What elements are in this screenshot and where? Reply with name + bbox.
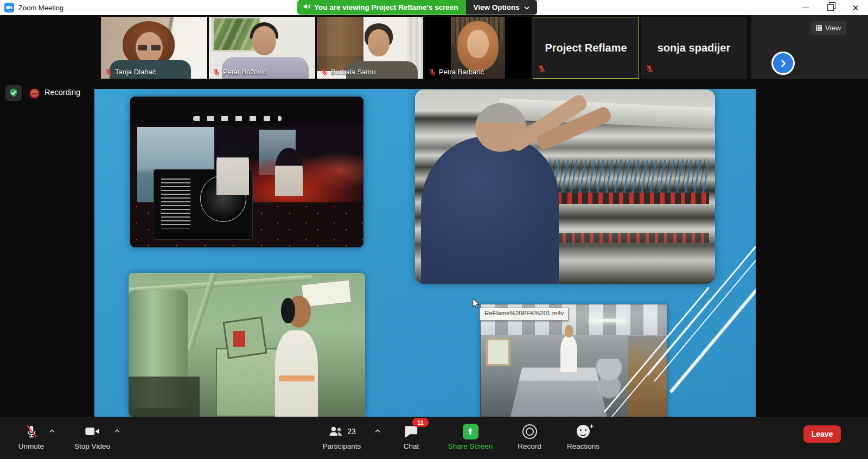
banner-message: You are viewing Project Reflame's screen — [314, 3, 458, 11]
zoom-logo-icon — [4, 3, 14, 12]
decor — [535, 233, 709, 243]
muted-mic-icon — [105, 68, 112, 76]
participant-name: sonja spadijer — [641, 17, 747, 79]
decor — [560, 336, 577, 372]
share-screen-icon — [463, 424, 478, 439]
decor — [129, 377, 200, 417]
grid-view-icon — [816, 25, 822, 31]
chat-button[interactable]: Chat 11 — [390, 417, 433, 459]
decor — [252, 26, 276, 55]
recording-indicator-icon — [30, 89, 39, 98]
galley-video-thumbnail — [480, 304, 667, 417]
participant-tile-borbala[interactable]: Borbala Samu — [317, 17, 423, 79]
muted-mic-icon — [538, 65, 546, 75]
close-icon: ✕ — [852, 4, 859, 12]
record-label: Record — [518, 442, 541, 450]
muted-mic-icon — [646, 65, 654, 75]
video-strip: Tanja Dlabač Petar Božović — [0, 15, 868, 79]
mouse-cursor — [472, 298, 480, 311]
view-button[interactable]: View — [810, 21, 846, 35]
participant-tile-petra[interactable]: Petra Barbarić — [425, 17, 531, 79]
stop-video-options-caret[interactable] — [113, 425, 122, 436]
reactions-smiley-icon: + — [577, 425, 590, 438]
participants-label: Participants — [323, 442, 361, 450]
decor — [275, 148, 303, 196]
participant-name-tag: Petra Barbarić — [429, 68, 484, 76]
electrical-panel-photo — [415, 90, 715, 284]
participant-name-tag: Tanja Dlabač — [105, 68, 156, 76]
decor — [510, 367, 607, 417]
participants-icon — [328, 425, 344, 438]
reactions-button[interactable]: + Reactions — [556, 417, 610, 459]
stop-video-button[interactable]: Stop Video — [65, 417, 119, 459]
title-bar-left: Zoom Meeting — [0, 3, 63, 12]
recording-label: Recording — [44, 88, 80, 97]
participant-name: Tanja Dlabač — [115, 68, 156, 76]
record-icon — [522, 424, 537, 439]
security-shield-button[interactable] — [5, 85, 22, 101]
participant-tile-sonja[interactable]: sonja spadijer — [641, 17, 747, 79]
reactions-label: Reactions — [567, 442, 599, 450]
view-button-label: View — [825, 24, 841, 32]
shield-check-icon — [9, 88, 18, 98]
view-options-button[interactable]: View Options — [466, 0, 537, 15]
decor — [589, 319, 626, 322]
decor — [594, 359, 624, 404]
restore-icon — [827, 4, 834, 11]
shared-screen-slide: ReFlame%20PFK%201.m4v — [94, 89, 756, 417]
close-button[interactable]: ✕ — [843, 0, 868, 15]
unmute-options-caret[interactable] — [48, 425, 56, 436]
participant-name: Petra Barbarić — [439, 68, 484, 76]
banner-message-area: You are viewing Project Reflame's screen — [297, 0, 466, 15]
participants-count: 23 — [347, 427, 356, 436]
minimize-button[interactable] — [793, 0, 818, 15]
video-camera-icon — [85, 422, 100, 441]
minimize-icon — [802, 8, 809, 8]
participants-button[interactable]: 23 Participants — [309, 417, 374, 459]
stop-video-label: Stop Video — [74, 442, 110, 450]
muted-mic-icon — [429, 68, 436, 76]
participants-options-caret[interactable] — [373, 425, 382, 436]
participant-name-tag: Borbala Samu — [321, 68, 375, 76]
diagonal-line-decor — [669, 266, 756, 393]
chevron-right-icon — [780, 60, 787, 67]
next-participants-button[interactable] — [771, 52, 795, 75]
zoom-meeting-window: Zoom Meeting ✕ You are viewing Project R… — [0, 0, 868, 459]
screen-share-banner: You are viewing Project Reflame's screen… — [297, 0, 537, 15]
participant-tile-tanja[interactable]: Tanja Dlabač — [101, 17, 207, 79]
muted-mic-icon — [321, 68, 328, 76]
leave-button[interactable]: Leave — [803, 425, 841, 443]
decor — [467, 30, 489, 58]
decor — [486, 338, 510, 366]
decor — [287, 296, 311, 327]
participant-name: Borbala Samu — [331, 68, 375, 76]
meeting-toolbar: Unmute Stop Video 23 Participants — [0, 417, 868, 459]
window-controls: ✕ — [793, 0, 868, 15]
participant-tile-project-reflame[interactable]: Project Reflame — [533, 17, 639, 79]
unmute-label: Unmute — [18, 442, 44, 450]
share-screen-button[interactable]: Share Screen — [438, 417, 503, 459]
participant-name: Project Reflame — [533, 17, 639, 79]
record-button[interactable]: Record — [502, 417, 557, 459]
muted-mic-icon — [213, 68, 220, 76]
participant-tile-petar[interactable]: Petar Božović — [209, 17, 315, 79]
decor — [216, 137, 249, 195]
decor — [368, 29, 390, 56]
share-screen-label: Share Screen — [448, 442, 493, 450]
participant-name-tag: Petar Božović — [213, 68, 266, 76]
decor — [138, 45, 161, 50]
window-title: Zoom Meeting — [18, 4, 63, 12]
muted-mic-icon — [24, 422, 39, 441]
strip-right-panel — [751, 15, 868, 79]
engine-room-photo — [129, 273, 365, 417]
decor — [275, 330, 317, 417]
restore-button[interactable] — [818, 0, 843, 15]
chevron-down-icon — [524, 3, 529, 11]
unmute-button[interactable]: Unmute — [8, 417, 54, 459]
meeting-content: Recording — [0, 79, 868, 417]
bridge-photo — [130, 97, 363, 247]
decor — [193, 116, 282, 121]
view-options-label: View Options — [474, 3, 520, 11]
participant-name: Petar Božović — [223, 68, 266, 76]
decor — [547, 193, 709, 204]
